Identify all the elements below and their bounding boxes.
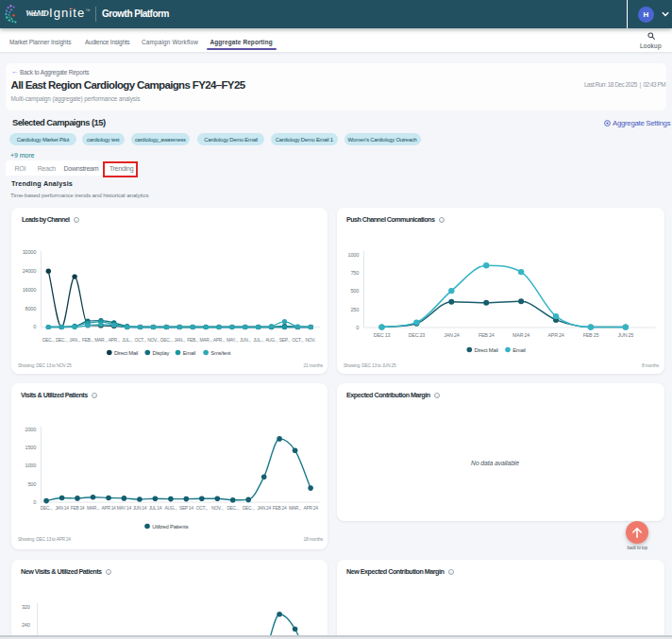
- svg-text:MAR..,: MAR..,: [289, 506, 301, 511]
- svg-text:OCT..,: OCT..,: [196, 506, 208, 511]
- svg-text:1000: 1000: [25, 462, 37, 468]
- svg-text:NOV..,: NOV..,: [147, 338, 159, 343]
- svg-text:Sms/text: Sms/text: [210, 350, 231, 356]
- svg-text:DEC..,: DEC..,: [42, 338, 55, 343]
- svg-text:SEP..,: SEP..,: [279, 338, 290, 343]
- svg-text:500: 500: [27, 481, 36, 487]
- svg-text:8 months: 8 months: [642, 363, 660, 368]
- svg-text:SEP 14: SEP 14: [179, 506, 193, 511]
- svg-text:0: 0: [33, 324, 36, 329]
- svg-text:DEC..,: DEC..,: [243, 506, 255, 511]
- svg-text:0: 0: [33, 499, 36, 505]
- svg-text:8000: 8000: [25, 306, 37, 311]
- svg-text:MAY..,: MAY..,: [227, 338, 238, 343]
- svg-text:DEC..,: DEC..,: [160, 338, 173, 343]
- svg-text:MAR..,: MAR..,: [87, 506, 99, 511]
- svg-text:FEB 24: FEB 24: [479, 332, 495, 338]
- svg-text:APR..,: APR..,: [213, 338, 225, 343]
- svg-text:JUL 14: JUL 14: [149, 506, 162, 511]
- svg-text:1000: 1000: [348, 252, 360, 258]
- svg-text:FEB..,: FEB..,: [82, 338, 93, 343]
- svg-text:APR..,: APR..,: [109, 338, 120, 343]
- svg-text:16000: 16000: [23, 287, 36, 293]
- svg-text:JUL..,: JUL..,: [253, 338, 263, 343]
- svg-text:JAN 24: JAN 24: [444, 332, 459, 338]
- svg-text:JAN 24: JAN 24: [258, 506, 272, 511]
- svg-text:320: 320: [22, 604, 30, 610]
- svg-text:MAR..,: MAR..,: [200, 338, 212, 343]
- svg-text:APR 24: APR 24: [547, 332, 563, 338]
- svg-text:Direct Mail: Direct Mail: [475, 347, 498, 353]
- svg-text:21 months: 21 months: [303, 363, 323, 368]
- svg-text:MAR 24: MAR 24: [512, 332, 529, 338]
- svg-text:AUG..,: AUG..,: [265, 338, 277, 343]
- svg-text:AUG..,: AUG..,: [164, 506, 176, 511]
- svg-text:FEB 14: FEB 14: [71, 506, 85, 511]
- svg-text:750: 750: [350, 270, 359, 276]
- svg-text:APR 14: APR 14: [101, 506, 116, 511]
- svg-text:0: 0: [356, 325, 359, 330]
- svg-text:DEC..,: DEC..,: [56, 338, 68, 343]
- svg-text:JAN 14: JAN 14: [55, 506, 69, 511]
- svg-text:JAN..,: JAN..,: [175, 338, 186, 343]
- svg-text:250: 250: [350, 307, 359, 312]
- svg-text:JUN..,: JUN..,: [240, 338, 251, 343]
- svg-text:APR 24: APR 24: [304, 506, 319, 511]
- svg-text:Showing: DEC 13 to NOV 25: Showing: DEC 13 to NOV 25: [18, 363, 72, 368]
- svg-text:Email: Email: [183, 350, 196, 356]
- svg-text:DEC 13: DEC 13: [374, 332, 391, 338]
- svg-text:DEC..,: DEC..,: [227, 506, 239, 511]
- svg-text:MAR..,: MAR..,: [94, 338, 107, 343]
- svg-text:18 months: 18 months: [303, 537, 323, 542]
- svg-text:2000: 2000: [25, 427, 37, 432]
- svg-text:FEB 24: FEB 24: [273, 506, 287, 511]
- svg-text:FEB 25: FEB 25: [583, 332, 599, 338]
- svg-text:JUN 25: JUN 25: [618, 332, 634, 338]
- svg-text:32000: 32000: [23, 249, 36, 255]
- svg-text:NOV..: NOV..: [306, 338, 316, 343]
- svg-text:OCT..,: OCT..,: [135, 338, 146, 343]
- svg-text:FEB..,: FEB..,: [187, 338, 198, 343]
- svg-text:JAN..,: JAN..,: [69, 338, 80, 343]
- svg-text:240: 240: [22, 622, 30, 628]
- svg-text:24000: 24000: [23, 268, 36, 274]
- svg-text:Direct Mail: Direct Mail: [114, 350, 138, 356]
- svg-text:JUN 14: JUN 14: [133, 506, 147, 511]
- svg-text:Email: Email: [512, 347, 526, 353]
- svg-text:MAY 14: MAY 14: [117, 506, 132, 511]
- svg-text:OCT..,: OCT..,: [292, 338, 303, 343]
- svg-text:DEC 23: DEC 23: [409, 332, 426, 338]
- svg-text:500: 500: [350, 288, 359, 294]
- svg-text:DEC..,: DEC..,: [41, 506, 53, 511]
- svg-text:JUL..,: JUL..,: [122, 338, 132, 343]
- svg-text:1500: 1500: [25, 445, 37, 450]
- svg-text:Showing: DEC 13 to APR 24: Showing: DEC 13 to APR 24: [18, 537, 71, 542]
- svg-text:Display: Display: [153, 350, 170, 356]
- svg-text:Utilized Patients: Utilized Patients: [152, 524, 188, 530]
- svg-text:Showing: DEC 13 to JUN 25: Showing: DEC 13 to JUN 25: [344, 363, 396, 368]
- svg-text:NOV..,: NOV..,: [211, 506, 223, 511]
